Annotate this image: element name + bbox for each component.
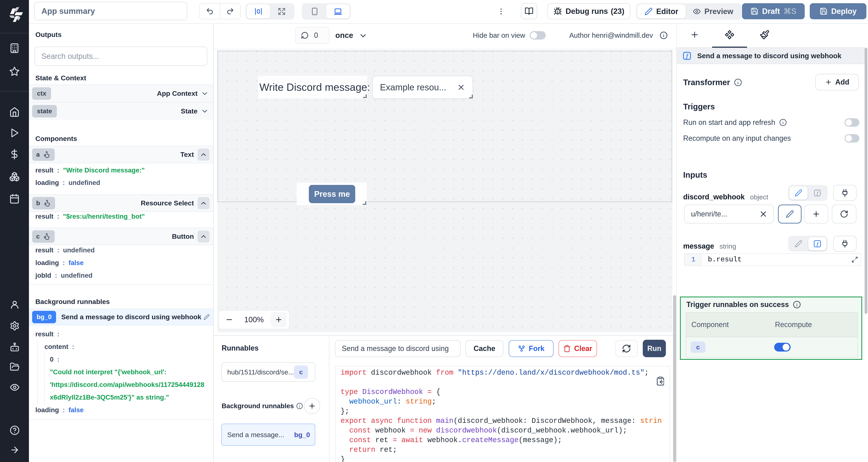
svg-text:f: f	[686, 53, 689, 59]
svg-text:f: f	[817, 241, 819, 246]
svg-text:f: f	[817, 190, 819, 195]
